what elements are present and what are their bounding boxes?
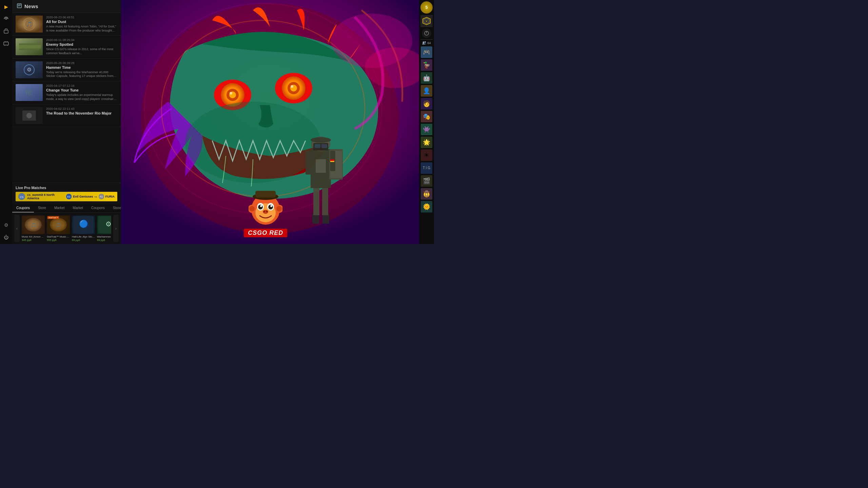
svg-point-54: [291, 85, 293, 88]
settings-icon[interactable]: ⚙: [2, 221, 10, 229]
play-icon[interactable]: ▶: [2, 3, 10, 11]
online-indicator[interactable]: [422, 28, 431, 38]
svg-rect-79: [330, 161, 334, 162]
news-item-title: Enemy Spotted: [46, 42, 117, 46]
friend-avatar[interactable]: 🎭: [421, 111, 432, 122]
scroll-right-button[interactable]: ›: [113, 215, 119, 242]
svg-point-84: [276, 206, 282, 211]
match-row[interactable]: CS cs_summit 6 North America EG Evil Gen…: [16, 192, 117, 201]
csgo-logo: CSGO.RED: [244, 189, 287, 237]
news-date: 2020-04-02 22:11:43: [46, 107, 117, 110]
svg-rect-2: [4, 42, 8, 45]
store-item-price: 69 py6: [72, 239, 95, 242]
news-header: News: [12, 0, 121, 13]
svg-rect-78: [330, 160, 334, 161]
vs-text: vs: [95, 195, 97, 198]
tab-market-2[interactable]: Market: [69, 204, 87, 212]
friend-avatar[interactable]: 🎮: [421, 46, 432, 58]
friend-avatar[interactable]: 🧑: [421, 98, 432, 109]
store-item-image: StatTrak™ 🎵: [47, 216, 70, 234]
scroll-left-button[interactable]: ‹: [14, 215, 20, 242]
svg-text:EG: EG: [67, 196, 71, 198]
svg-rect-17: [17, 45, 41, 48]
news-content: 2020-06-23 06:49:51 All for Dust A new m…: [46, 16, 117, 33]
broadcast-icon[interactable]: [2, 15, 10, 23]
friend-avatar[interactable]: 👤: [421, 85, 432, 97]
news-thumbnail: [16, 38, 43, 55]
friend-avatar[interactable]: 🌟: [421, 137, 432, 148]
friend-avatar[interactable]: ☀: [421, 149, 432, 161]
friend-avatar[interactable]: 👾: [421, 124, 432, 135]
svg-point-25: [26, 113, 32, 118]
news-item[interactable]: ⚙ 2020-05-28 06:39:28 Hammer Time Today …: [12, 59, 121, 81]
store-item-image: ⚙: [97, 216, 111, 234]
tab-store-1[interactable]: Store: [34, 204, 50, 212]
svg-rect-62: [313, 186, 319, 215]
news-thumbnail: 🎵: [16, 16, 43, 33]
live-matches-title: Live Pro Matches: [16, 186, 117, 190]
svg-text:V: V: [426, 20, 428, 23]
svg-rect-74: [321, 144, 327, 148]
news-date: 2020-06-23 06:49:51: [46, 16, 117, 19]
news-item-title: All for Dust: [46, 20, 117, 24]
svg-point-55: [185, 102, 321, 183]
tab-coupons-2[interactable]: Coupons: [87, 204, 109, 212]
news-thumbnail: 🎼: [16, 84, 43, 101]
news-list[interactable]: 🎵 2020-06-23 06:49:51 All for Dust A new…: [12, 13, 121, 183]
svg-point-91: [270, 205, 272, 207]
tv-icon[interactable]: [2, 39, 10, 47]
svg-line-4: [7, 45, 7, 46]
svg-rect-96: [255, 191, 276, 198]
svg-text:🎵: 🎵: [26, 21, 33, 27]
team1-logo: EG: [66, 194, 72, 199]
news-item[interactable]: 🎼 2020-04-17 07:12:16 Change Your Tune T…: [12, 81, 121, 104]
inventory-icon[interactable]: [2, 27, 10, 35]
svg-text:⚙: ⚙: [105, 220, 111, 228]
friends-count: 64: [422, 41, 431, 45]
svg-point-82: [249, 206, 255, 211]
svg-point-90: [260, 205, 262, 207]
tab-coupons-1[interactable]: Coupons: [12, 204, 34, 212]
store-item[interactable]: ⚙ Warhammer 40,000 Stic... 69 py6: [97, 216, 111, 242]
news-date: 2020-04-17 07:12:16: [46, 84, 117, 87]
tab-store-2[interactable]: Store: [109, 204, 121, 212]
svg-point-103: [425, 41, 426, 43]
news-item-title: The Road to the November Rio Major: [46, 111, 117, 115]
svg-point-71: [311, 137, 331, 143]
user-level-badge[interactable]: 5: [420, 1, 433, 14]
friend-avatar[interactable]: T I G: [421, 162, 432, 174]
svg-point-93: [263, 211, 265, 212]
friend-avatar[interactable]: 🤖: [421, 72, 432, 84]
friend-avatar[interactable]: 🌞: [421, 201, 432, 212]
news-item-desc: Today we're releasing the Warhammer 40,0…: [46, 70, 117, 78]
svg-point-49: [230, 92, 232, 95]
news-item[interactable]: 🎵 2020-06-23 06:49:51 All for Dust A new…: [12, 13, 121, 36]
friend-avatar[interactable]: 🎬: [421, 175, 432, 187]
news-item[interactable]: 2020-06-11 08:25:34 Enemy Spotted Since …: [12, 36, 121, 58]
tab-market-1[interactable]: Market: [50, 204, 69, 212]
news-content: 2020-04-17 07:12:16 Change Your Tune Tod…: [46, 84, 117, 101]
news-item[interactable]: 2020-04-02 22:11:43 The Road to the Nove…: [12, 104, 121, 127]
store-item-price: 345 py6: [22, 239, 45, 242]
store-item[interactable]: 🔵 Half-Life: Alyx Sticker C... 69 py6: [72, 216, 95, 242]
store-item[interactable]: 🎵 Music Kit | Amon Tobin, ... 345 py6: [22, 216, 45, 242]
friend-avatar[interactable]: 🦆: [421, 59, 432, 71]
news-date: 2020-05-28 06:39:28: [46, 61, 117, 65]
news-item-desc: Since CS:GO's release in 2012, some of t…: [46, 47, 117, 55]
news-date: 2020-06-11 08:25:34: [46, 38, 117, 42]
store-item-name: StatTrak™ Music Kit | A...: [47, 235, 70, 238]
friend-avatar[interactable]: 🤠: [421, 188, 432, 200]
store-item-name: Warhammer 40,000 Stic...: [97, 235, 111, 238]
power-icon[interactable]: ⏻: [2, 233, 10, 241]
news-content: 2020-05-28 06:39:28 Hammer Time Today we…: [46, 61, 117, 78]
svg-rect-67: [305, 151, 312, 175]
news-item-title: Hammer Time: [46, 65, 117, 69]
svg-text:🎵: 🎵: [31, 222, 36, 227]
store-item[interactable]: StatTrak™ 🎵 StatTrak™ Music Kit | A... 5…: [47, 216, 70, 242]
svg-line-3: [5, 45, 5, 46]
store-item-image: 🎵: [22, 216, 45, 234]
svg-text:CS: CS: [20, 196, 23, 199]
svg-text:⚙: ⚙: [27, 67, 32, 73]
store-section: ‹ 🎵 Music Kit | Amon Tobin, ... 345 py6: [12, 213, 121, 244]
clan-badge[interactable]: V: [420, 15, 433, 27]
